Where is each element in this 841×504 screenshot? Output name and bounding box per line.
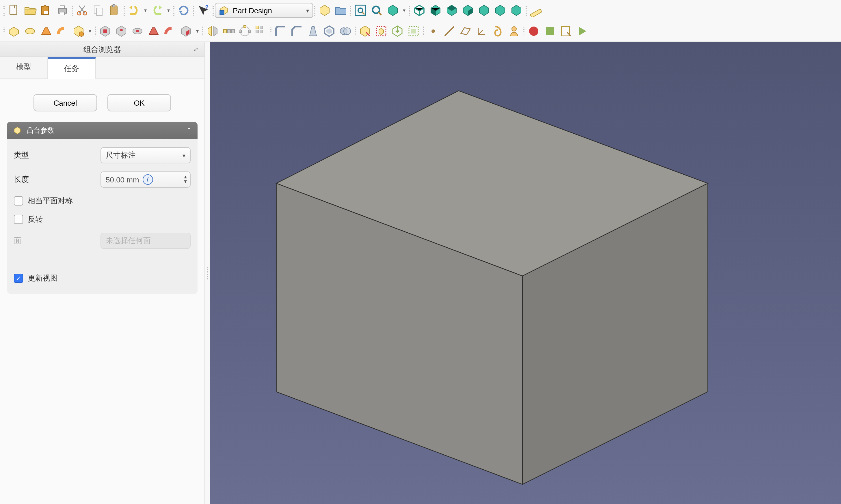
part-import-icon[interactable] [389,23,405,39]
subtractive-primitive-dropdown-icon[interactable]: ▾ [194,23,201,39]
linear-pattern-icon[interactable] [221,23,237,39]
spin-down-icon[interactable]: ▼ [183,180,188,184]
symmetric-checkbox[interactable] [14,196,23,205]
body-create-icon[interactable] [373,23,389,39]
svg-rect-31 [260,26,263,29]
toolbar-row-1: ▾ ▾ ? Part Design ▾ ▾ [0,0,841,21]
panel-tabs: 模型 任务 [0,57,205,79]
subtractive-pipe-icon[interactable] [162,23,178,39]
draw-style-dropdown-icon[interactable]: ▾ [401,2,408,18]
zoom-fit-icon[interactable] [352,2,369,18]
subtractive-loft-icon[interactable] [145,23,162,39]
zoom-sel-icon[interactable] [369,2,385,18]
pocket-icon[interactable] [97,23,113,39]
fillet-icon[interactable] [273,23,289,39]
3d-viewport[interactable] [210,42,841,504]
groove-icon[interactable] [129,23,145,39]
datum-cs-icon[interactable] [474,23,490,39]
expression-icon[interactable]: ƒ [143,174,153,185]
svg-rect-8 [97,8,102,16]
svg-rect-27 [244,25,246,28]
revolution-icon[interactable] [22,23,38,39]
undo-icon[interactable] [126,2,142,18]
whats-this-icon[interactable]: ? [195,2,211,18]
subtractive-primitive-icon[interactable] [178,23,194,39]
svg-point-17 [25,28,35,34]
mirror-icon[interactable] [205,23,221,39]
additive-primitive-dropdown-icon[interactable]: ▾ [87,23,93,39]
multi-transform-icon[interactable] [253,23,269,39]
print-icon[interactable] [54,2,70,18]
panel-minimize-icon[interactable]: ⤢ [191,45,201,53]
left-view-icon[interactable] [508,2,524,18]
thickness-icon[interactable] [321,23,337,39]
bottom-view-icon[interactable] [492,2,508,18]
workbench-selector[interactable]: Part Design ▾ [215,3,313,18]
svg-rect-30 [256,26,259,29]
macro-record-icon[interactable] [526,23,542,39]
tab-tasks[interactable]: 任务 [48,57,96,79]
right-view-icon[interactable] [460,2,476,18]
pad-params-header[interactable]: 凸台参数 ⌃ [7,122,197,139]
draft-icon[interactable] [305,23,321,39]
additive-pipe-icon[interactable] [54,23,70,39]
additive-primitive-icon[interactable] [70,23,87,39]
body-activate-icon[interactable] [405,23,422,39]
type-label: 类型 [14,150,95,161]
datum-line-icon[interactable] [441,23,457,39]
top-view-icon[interactable] [443,2,460,18]
save-icon[interactable] [38,2,54,18]
group-create-icon[interactable] [333,2,349,18]
paste-icon[interactable] [106,2,122,18]
undo-dropdown-icon[interactable]: ▾ [142,2,149,18]
additive-loft-icon[interactable] [38,23,54,39]
pad-icon[interactable] [6,23,22,39]
svg-rect-0 [10,5,17,14]
body-migrate-icon[interactable] [357,23,373,39]
svg-rect-25 [232,30,234,33]
type-value: 尺寸标注 [106,150,136,161]
toolbars: ▾ ▾ ? Part Design ▾ ▾ [0,0,841,42]
cancel-button[interactable]: Cancel [34,94,97,111]
refresh-icon[interactable] [176,2,192,18]
boolean-icon[interactable] [337,23,353,39]
svg-point-18 [79,32,84,36]
rear-view-icon[interactable] [476,2,492,18]
macro-run-icon[interactable] [574,23,590,39]
reverse-checkbox[interactable] [14,215,23,224]
panel-splitter[interactable] [205,42,210,504]
clone-icon[interactable] [506,23,522,39]
copy-icon[interactable] [90,2,106,18]
svg-rect-10 [112,5,115,7]
shape-binder-icon[interactable] [490,23,506,39]
draw-style-icon[interactable] [385,2,401,18]
svg-rect-32 [256,30,259,33]
iso-view-icon[interactable] [411,2,427,18]
macro-stop-icon[interactable] [542,23,558,39]
panel-title-bar: 组合浏览器 ⤢ [0,42,205,57]
ok-button[interactable]: OK [107,94,171,111]
length-input[interactable]: 50.00 mm ƒ ▲ ▼ [101,172,191,187]
datum-plane-icon[interactable] [457,23,474,39]
type-combo[interactable]: 尺寸标注 ▾ [101,147,191,163]
update-view-checkbox[interactable]: ✓ [14,274,23,283]
length-label: 长度 [14,174,95,185]
measure-icon[interactable] [528,2,544,18]
part-create-icon[interactable] [317,2,333,18]
redo-icon[interactable] [149,2,165,18]
cut-icon[interactable] [74,2,90,18]
polar-pattern-icon[interactable] [237,23,253,39]
redo-dropdown-icon[interactable]: ▾ [165,2,172,18]
collapse-icon[interactable]: ⌃ [186,126,192,134]
macro-edit-icon[interactable] [558,23,574,39]
combo-view-panel: 组合浏览器 ⤢ 模型 任务 Cancel OK 凸台参数 ⌃ [0,42,205,504]
open-file-icon[interactable] [22,2,38,18]
svg-rect-23 [224,30,226,33]
hole-icon[interactable] [113,23,129,39]
front-view-icon[interactable] [427,2,443,18]
tab-model[interactable]: 模型 [0,57,48,78]
new-file-icon[interactable] [6,2,22,18]
datum-point-icon[interactable] [425,23,441,39]
chamfer-icon[interactable] [289,23,305,39]
panel-title: 组合浏览器 [84,44,121,55]
